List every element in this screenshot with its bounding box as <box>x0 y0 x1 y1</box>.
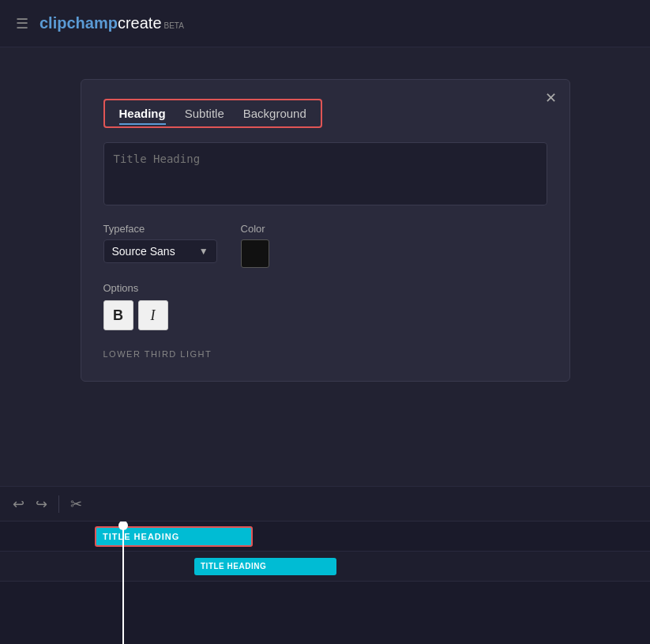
color-group: Color <box>241 223 269 268</box>
brand-create: create <box>118 14 162 32</box>
menu-icon[interactable]: ☰ <box>16 15 28 32</box>
track-row-heading: TITLE HEADING <box>0 522 650 552</box>
close-button[interactable]: ✕ <box>545 91 557 105</box>
track-row-subtitle: TITLE HEADING <box>0 552 650 582</box>
options-buttons: B I <box>103 300 547 330</box>
tab-background[interactable]: Background <box>235 105 314 122</box>
tab-subtitle[interactable]: Subtitle <box>177 105 232 122</box>
bold-icon: B <box>113 307 123 324</box>
modal-panel: ✕ Heading Subtitle Background Typeface S… <box>81 79 570 382</box>
timeline-toolbar: ↩ ↪ ✂ <box>0 487 650 522</box>
clip-heading[interactable]: TITLE HEADING <box>95 526 253 547</box>
typeface-select[interactable]: Source Sans ▼ <box>103 239 217 263</box>
toolbar-divider <box>58 495 59 513</box>
brand-logo: clipchamp create BETA <box>39 14 184 32</box>
typeface-group: Typeface Source Sans ▼ <box>103 223 217 263</box>
main-area: ✕ Heading Subtitle Background Typeface S… <box>0 47 650 644</box>
clip-heading-text: TITLE HEADING <box>103 532 179 541</box>
tab-heading[interactable]: Heading <box>111 105 174 122</box>
controls-row: Typeface Source Sans ▼ Color <box>103 223 547 268</box>
title-heading-input[interactable] <box>103 142 547 205</box>
clip-subtitle[interactable]: TITLE HEADING <box>194 558 336 575</box>
undo-icon[interactable]: ↩ <box>13 495 24 513</box>
timeline-area: ↩ ↪ ✂ TITLE HEADING TITLE HEADING <box>0 486 650 644</box>
brand-beta: BETA <box>164 21 184 30</box>
brand-clipchamp: clipchamp <box>39 14 118 32</box>
italic-button[interactable]: I <box>138 300 168 330</box>
options-section: Options B I <box>103 282 547 330</box>
typeface-label: Typeface <box>103 223 217 235</box>
options-label: Options <box>103 282 547 294</box>
playhead[interactable] <box>122 522 124 644</box>
timeline-track-area: TITLE HEADING TITLE HEADING <box>0 522 650 644</box>
color-label: Color <box>241 223 269 235</box>
color-swatch[interactable] <box>241 239 269 268</box>
navbar: ☰ clipchamp create BETA <box>0 0 650 47</box>
chevron-down-icon: ▼ <box>199 246 209 257</box>
typeface-value: Source Sans <box>112 245 175 258</box>
italic-icon: I <box>151 307 156 324</box>
scissors-icon[interactable]: ✂ <box>70 495 82 513</box>
clip-subtitle-text: TITLE HEADING <box>201 562 266 571</box>
redo-icon[interactable]: ↪ <box>36 495 47 513</box>
bold-button[interactable]: B <box>103 300 133 330</box>
footer-label: LOWER THIRD LIGHT <box>103 349 547 359</box>
tabs-container: Heading Subtitle Background <box>103 99 322 128</box>
